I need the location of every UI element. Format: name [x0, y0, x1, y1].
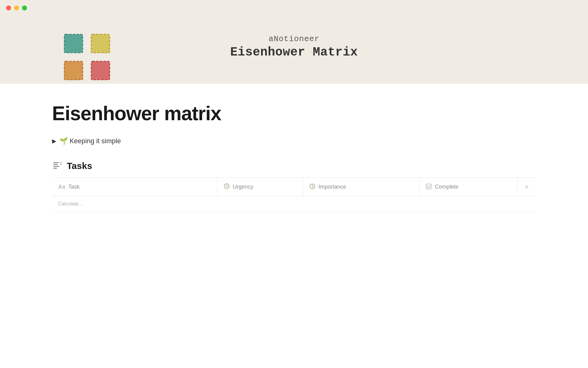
bottom-hint-text: Calculate...: [58, 201, 83, 207]
svg-rect-8: [60, 162, 62, 163]
tasks-section: Tasks Aa Task Urgency: [52, 160, 536, 212]
brand-text: aNotioneer: [269, 34, 319, 44]
maximize-button[interactable]: [22, 6, 27, 10]
complete-col-icon: [426, 183, 432, 191]
col-task-header: Aa Task: [52, 178, 217, 196]
toggle-arrow: ▶: [52, 138, 56, 144]
svg-rect-6: [53, 166, 59, 167]
tasks-title: Tasks: [67, 161, 92, 171]
importance-col-icon: [309, 183, 315, 191]
svg-rect-0: [64, 34, 83, 53]
svg-rect-4: [53, 162, 59, 163]
close-button[interactable]: [6, 6, 11, 10]
matrix-cell-tl: [61, 31, 86, 56]
matrix-cell-br: [88, 58, 113, 83]
svg-rect-7: [53, 168, 57, 169]
tasks-icon: [52, 160, 63, 171]
toggle-row[interactable]: ▶ 🌱 Keeping it simple: [52, 137, 536, 145]
toggle-text: 🌱 Keeping it simple: [59, 137, 121, 145]
svg-rect-9: [60, 164, 62, 165]
col-importance-header: Importance: [303, 178, 420, 196]
col-urgency-header: Urgency: [217, 178, 303, 196]
add-column-button[interactable]: +: [518, 178, 536, 196]
svg-rect-2: [64, 61, 83, 80]
complete-col-label: Complete: [435, 184, 458, 190]
hero-title: Eisenhower Matrix: [230, 45, 358, 59]
minimize-button[interactable]: [14, 6, 19, 10]
toggle-emoji: 🌱: [59, 137, 68, 145]
matrix-icon-grid: [61, 31, 113, 83]
page-title: Eisenhower matrix: [52, 102, 536, 125]
svg-rect-3: [91, 61, 110, 80]
urgency-col-label: Urgency: [233, 184, 253, 190]
urgency-col-icon: [224, 183, 230, 191]
content-area: Eisenhower matrix ▶ 🌱 Keeping it simple …: [0, 84, 588, 212]
hero-area: aNotioneer Eisenhower Matrix: [0, 16, 588, 84]
tasks-table: Aa Task Urgency Importance: [52, 178, 536, 212]
importance-col-label: Importance: [318, 184, 346, 190]
toggle-label: Keeping it simple: [70, 137, 121, 145]
matrix-cell-tr: [88, 31, 113, 56]
add-icon: +: [525, 183, 529, 191]
matrix-cell-bl: [61, 58, 86, 83]
window-chrome: [0, 0, 588, 16]
task-col-icon: Aa: [58, 184, 65, 190]
table-header: Aa Task Urgency Importance: [52, 178, 536, 196]
tasks-header: Tasks: [52, 160, 536, 171]
table-bottom-hint: Calculate...: [52, 196, 536, 212]
task-col-label: Task: [68, 184, 80, 190]
col-complete-header: Complete: [420, 178, 518, 196]
svg-rect-5: [53, 164, 58, 165]
svg-rect-1: [91, 34, 110, 53]
